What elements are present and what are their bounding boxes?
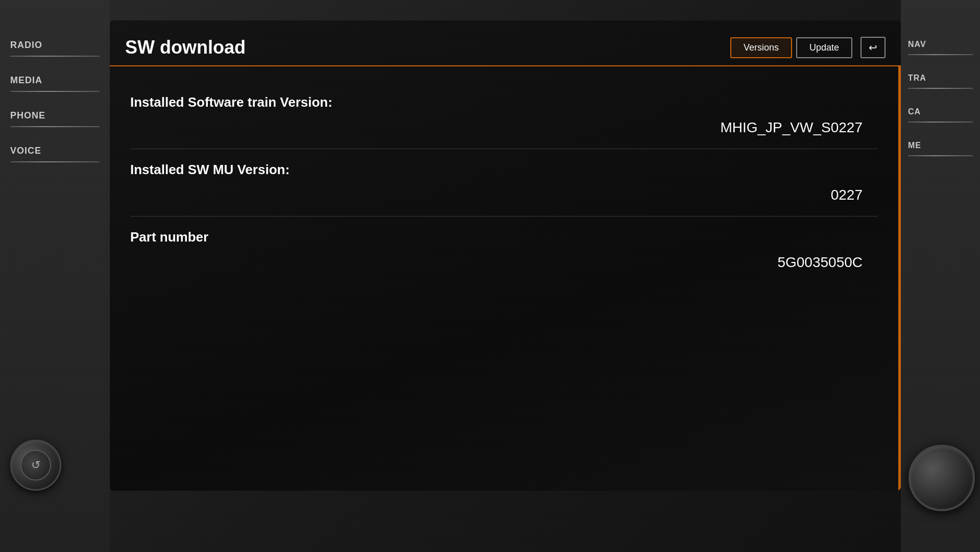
software-train-value: MHIG_JP_VW_S0227	[130, 119, 878, 136]
sw-mu-section: Installed SW MU Version: 0227	[130, 149, 878, 217]
sw-mu-label: Installed SW MU Version:	[130, 162, 878, 178]
header: SW download Versions Update ↩	[110, 20, 901, 66]
voice-button[interactable]: VOICE	[0, 136, 110, 172]
part-number-section: Part number 5G0035050C	[130, 217, 878, 283]
phone-button[interactable]: PHONE	[0, 101, 110, 136]
tab-versions[interactable]: Versions	[730, 37, 792, 58]
part-number-label: Part number	[130, 229, 878, 245]
screen-inner: Installed Software train Version: MHIG_J…	[110, 66, 901, 491]
screen-content: SW download Versions Update ↩ Installed …	[110, 20, 901, 491]
part-number-value: 5G0035050C	[130, 254, 878, 271]
header-tabs: Versions Update ↩	[730, 37, 886, 58]
software-train-section: Installed Software train Version: MHIG_J…	[130, 82, 878, 149]
car-unit: RADIO MEDIA PHONE VOICE NAV TRA CA ME ↺ …	[0, 0, 980, 552]
tra-button[interactable]: TRA	[901, 64, 980, 98]
software-train-label: Installed Software train Version:	[130, 94, 878, 110]
ca-button[interactable]: CA	[901, 98, 980, 132]
back-button[interactable]: ↩	[861, 37, 886, 58]
media-button[interactable]: MEDIA	[0, 66, 110, 101]
sw-mu-value: 0227	[130, 187, 878, 203]
right-knob[interactable]	[909, 445, 975, 511]
main-screen: SW download Versions Update ↩ Installed …	[110, 20, 901, 491]
page-title: SW download	[125, 37, 730, 58]
left-knob-inner: ↺	[20, 450, 51, 481]
tab-update[interactable]: Update	[796, 37, 852, 58]
back-knob-icon: ↺	[31, 459, 40, 472]
nav-button[interactable]: NAV	[901, 31, 980, 64]
left-knob[interactable]: ↺	[10, 440, 61, 491]
radio-button[interactable]: RADIO	[0, 31, 110, 66]
main-content: Installed Software train Version: MHIG_J…	[110, 66, 898, 491]
me-button[interactable]: ME	[901, 132, 980, 165]
